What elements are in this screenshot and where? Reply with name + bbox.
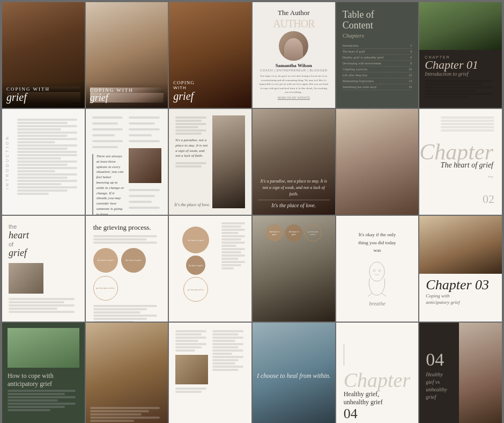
c10-quote: It's a paradise, not a place to stay. It… [258, 178, 330, 198]
c5-subtitle: Chapters [343, 32, 412, 39]
card-22-i-choose-to-heal: I choose to heal from within. [253, 323, 335, 423]
card-6-chapter-01: CHAPTER Chapter 01 Introduction to grief [419, 2, 502, 108]
c2-title-lg: grief [90, 93, 164, 103]
svg-point-0 [369, 262, 384, 281]
toc-item-6: Life after deep loss12 [343, 72, 412, 78]
c5-title2: Content [343, 20, 412, 31]
c3-title-lg: grief [173, 90, 247, 103]
c9-italic: It's a paradise, not a place to stay. It… [175, 138, 208, 159]
c12-chapter: Chapter [419, 141, 493, 163]
c12-title: The heart of grief [441, 161, 493, 170]
c13-pre: the [9, 223, 78, 230]
toc-item-5: Crippling a process10 [343, 67, 412, 72]
card-14-grieving-process: the grieving process. the heart of grief… [86, 216, 168, 322]
card-3-coping-grief-redhead: COPING WITH grief [169, 2, 251, 108]
c23-title: Healthy grief, unhealthy grief [344, 390, 411, 407]
c4-role: COACH | ENTREPRENEUR | BLOGGER [260, 69, 328, 72]
c16-dot-2: the heart of grief [285, 224, 302, 242]
c3-title-sm: COPING [173, 80, 247, 85]
c23-chapter-word: Chapter [344, 370, 411, 390]
c17-line-art [362, 260, 392, 297]
card-2-coping-grief-choker: COPING WITH grief [86, 2, 168, 108]
c23-num: 04 [344, 407, 411, 421]
card-21-article-text [169, 323, 251, 423]
c17-breathe: breathe [369, 301, 385, 307]
c15-circ-1: the heart of grief [182, 227, 209, 253]
card-1-coping-grief-outdoor: COPING WITH grief [2, 2, 85, 108]
card-8-article-two-col: There are always at least three options … [86, 109, 168, 215]
c12-decor: ~ [488, 172, 493, 183]
toc-item-1: Introduction2 [343, 43, 412, 49]
c15-circ-3: get therapist advice [183, 277, 208, 302]
card-10-woman-portrait-quote: It's a paradise, not a place to stay. It… [253, 109, 335, 215]
svg-point-1 [373, 269, 375, 272]
card-13-heart-of-grief: the heart of grief [2, 216, 85, 322]
c23-vert-line [344, 344, 344, 366]
c1-title-lg: grief [6, 92, 80, 103]
c24-num: 04 [426, 351, 453, 369]
c8-small-photo [129, 148, 161, 183]
c18-subtitle: Coping with anticipatory grief [426, 293, 495, 305]
card-12-chapter-02: Chapter The heart of grief ~ 02 [419, 109, 502, 215]
card-17-its-okay-breathe: It's okay if the onlything you did today… [336, 216, 419, 322]
c14-circle-2: the heart of grief [121, 248, 146, 273]
svg-point-2 [379, 269, 381, 272]
c5-title: Table of [343, 10, 412, 20]
card-11-woman-closeup [336, 109, 419, 215]
card-19-how-to-cope: How to cope with anticipatory grief [2, 323, 85, 423]
card-23-chapter-04-healthy: Chapter Healthy grief, unhealthy grief 0… [336, 323, 419, 423]
c13-photo [9, 263, 43, 294]
c16-dot-3: get therapist advice [305, 224, 322, 242]
card-16-woman-black-dots: the heart of grief the heart of grief ge… [253, 216, 335, 322]
c4-big-text: AUTHOR [273, 18, 314, 29]
c8-quote: There are always at least three options … [97, 154, 125, 215]
c6-chapter-num: Chapter 01 [425, 59, 496, 71]
c14-circle-1: the heart of grief [93, 248, 118, 273]
c13-heart: heart [9, 230, 78, 241]
card-18-chapter-03: Chapter 03 Coping with anticipatory grie… [419, 216, 502, 322]
toc-item-2: The heart of grief4 [343, 49, 412, 55]
card-15-diagram-article: the heart of grief the heart of grief ge… [169, 216, 251, 322]
card-9-article-tattooed-woman: It's a paradise, not a place to stay. It… [169, 109, 251, 215]
c22-quote: I choose to heal from within. [257, 371, 331, 381]
c4-name: Samantha Wilson [276, 63, 312, 68]
c7-intro-label: INTRODUCTION [5, 135, 9, 189]
c24-title: Healthy gief vs unhealthy grief [426, 371, 453, 401]
c19-photo [8, 328, 79, 368]
c10-quote2: It's the place of love. [258, 202, 330, 208]
c17-main-text: It's okay if the onlything you did today… [358, 231, 396, 254]
card-7-introduction: INTRODUCTION [2, 109, 85, 215]
card-20-woman-hat [86, 323, 168, 423]
c4-title: The Author [278, 9, 310, 17]
c18-photo [419, 216, 502, 274]
toc-item-7: Maintaining forgiveness14 [343, 78, 412, 84]
c16-dot-1: the heart of grief [266, 224, 283, 242]
c18-chapter: Chapter 03 [426, 278, 495, 292]
c14-heading: the grieving process. [93, 223, 161, 232]
c19-heading: How to cope with anticipatory grief [8, 372, 79, 388]
toc-item-3: Healthy grief vs unhealthy grief6 [343, 55, 412, 61]
c4-desc: For many of us, the grief we feel after … [257, 74, 331, 94]
c6-body [425, 80, 496, 98]
card-4-the-author: The Author AUTHOR Samantha Wilson COACH … [253, 2, 335, 108]
toc-item-4: Developing with bereavement8 [343, 61, 412, 67]
toc-item-8: Something has come away16 [343, 84, 412, 90]
c9-quote2: It's the place of love. [174, 202, 210, 207]
c4-link: MORE ON MY WEBSITE [278, 96, 310, 99]
c14-circle-3: get therapist advice [93, 276, 118, 301]
c3-title-mid: WITH [173, 85, 247, 90]
c12-num: 02 [483, 192, 494, 206]
c15-circ-2: the heart of grief [186, 256, 205, 275]
c6-chapter-title: Introduction to grief [425, 71, 496, 77]
c16-dots-row: the heart of grief the heart of grief ge… [266, 224, 322, 242]
c21-photo-small [175, 355, 208, 384]
card-5-table-of-content: Table of Content Chapters Introduction2 … [336, 2, 419, 108]
c13-of: of [9, 241, 78, 247]
c13-grief: grief [9, 247, 78, 259]
c24-photo [459, 323, 502, 423]
card-24-chapter-04-woman: 04 Healthy gief vs unhealthy grief [419, 323, 502, 423]
